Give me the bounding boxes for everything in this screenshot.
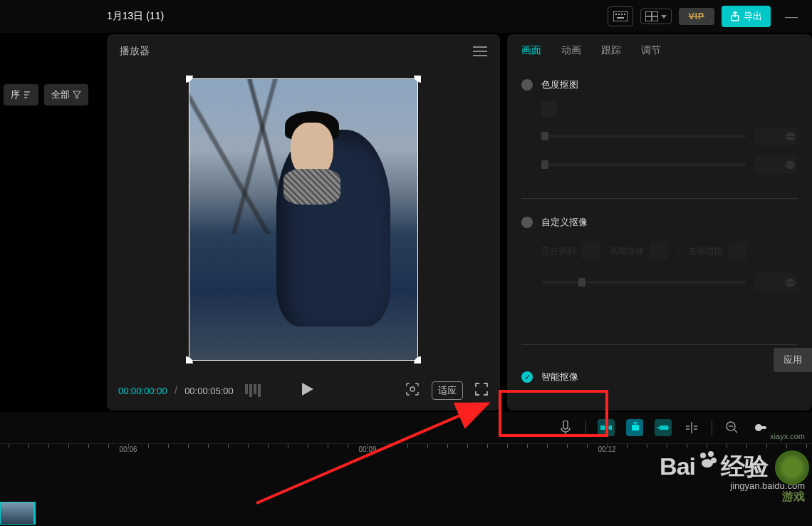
- clip-thumbnail[interactable]: [0, 502, 36, 525]
- fullscreen-icon[interactable]: [474, 382, 489, 399]
- section-chroma: 色度抠图: [507, 67, 812, 192]
- svg-rect-1: [615, 14, 617, 15]
- value-box-3[interactable]: [755, 273, 798, 292]
- player-viewport[interactable]: [107, 68, 500, 371]
- export-icon: [730, 11, 740, 21]
- svg-rect-14: [632, 425, 639, 430]
- chevron-down-icon: [661, 15, 667, 19]
- slider-1[interactable]: [541, 135, 746, 138]
- player-header: 播放器: [107, 34, 500, 68]
- layout-dropdown[interactable]: [640, 9, 672, 24]
- tool-icon-1[interactable]: [598, 419, 615, 436]
- svg-rect-2: [618, 14, 620, 15]
- color-swatch[interactable]: [541, 101, 557, 117]
- zoom-slider-icon[interactable]: [752, 419, 769, 436]
- svg-rect-4: [624, 14, 625, 15]
- svg-point-21: [700, 453, 706, 458]
- radio-smart[interactable]: ✓: [521, 371, 533, 383]
- svg-point-10: [410, 387, 415, 391]
- label-chroma: 色度抠图: [541, 78, 578, 91]
- section-custom: 自定义抠像 正在识别 画笔涂抹 去除范围: [507, 205, 812, 310]
- watermark: xiayx.com Bai 经验 jingyan.baidu.com 游戏: [660, 440, 805, 505]
- play-button[interactable]: [302, 383, 313, 398]
- vip-button[interactable]: VIP: [679, 8, 714, 25]
- radio-custom[interactable]: [521, 217, 533, 228]
- tab-tracking[interactable]: 跟踪: [601, 44, 621, 57]
- project-title: 1月13日 (11): [107, 10, 164, 23]
- property-tabs: 画面 动画 跟踪 调节: [507, 34, 812, 67]
- crop-icon[interactable]: [405, 381, 420, 400]
- slider-2[interactable]: [541, 163, 746, 166]
- tab-adjust[interactable]: 调节: [641, 44, 661, 57]
- time-current: 00:00:00:00: [118, 386, 167, 396]
- sort-icon: [23, 91, 31, 99]
- value-box-1[interactable]: [755, 127, 798, 145]
- tab-animation[interactable]: 动画: [561, 44, 581, 57]
- main-area: 序 全部 播放器: [0, 33, 812, 412]
- export-label: 导出: [744, 10, 762, 23]
- svg-point-22: [708, 451, 714, 457]
- player-controls: 00:00:00:00 / 00:00:05:00 适应: [107, 371, 500, 411]
- top-bar: 1月13日 (11) VIP 导出 —: [0, 0, 812, 33]
- time-total: 00:00:05:00: [184, 386, 234, 396]
- audio-bars-icon[interactable]: [245, 384, 261, 397]
- properties-panel: 画面 动画 跟踪 调节 色度抠图: [507, 34, 812, 411]
- svg-rect-5: [617, 17, 624, 19]
- section-smart: ✓ 智能抠像: [507, 351, 812, 411]
- svg-point-18: [755, 424, 762, 431]
- tool-icon-2[interactable]: [626, 419, 643, 436]
- slider-3[interactable]: [541, 281, 746, 284]
- sort-order-button[interactable]: 序: [4, 84, 38, 105]
- chip-icon-3[interactable]: [729, 242, 747, 260]
- chip-icon-2[interactable]: [650, 242, 668, 260]
- player-title: 播放器: [120, 45, 150, 58]
- timeline-toolbar: [0, 412, 812, 443]
- sort-all-button[interactable]: 全部: [44, 84, 88, 105]
- left-panel: 序 全部: [0, 34, 100, 411]
- svg-rect-0: [613, 11, 628, 21]
- top-right-controls: VIP 导出 —: [608, 6, 805, 27]
- filter-icon: [73, 91, 81, 99]
- svg-rect-3: [621, 14, 623, 15]
- video-frame[interactable]: [189, 78, 418, 361]
- value-box-2[interactable]: [755, 155, 798, 174]
- chip-icon-1[interactable]: [581, 242, 600, 260]
- video-content: [189, 79, 417, 360]
- apply-button[interactable]: 应用: [774, 348, 812, 372]
- export-button[interactable]: 导出: [722, 6, 771, 27]
- zoom-out-icon[interactable]: [724, 419, 741, 436]
- label-smart: 智能抠像: [541, 371, 578, 383]
- label-custom: 自定义抠像: [541, 216, 588, 229]
- svg-rect-11: [563, 421, 568, 429]
- svg-rect-13: [609, 426, 612, 430]
- tab-picture[interactable]: 画面: [521, 44, 541, 57]
- player-menu-icon[interactable]: [473, 46, 487, 56]
- align-icon[interactable]: [683, 419, 700, 436]
- keyboard-icon[interactable]: [608, 6, 633, 26]
- svg-rect-12: [600, 426, 605, 430]
- minimize-button[interactable]: —: [778, 9, 805, 24]
- clip-strip[interactable]: [0, 502, 36, 525]
- svg-point-24: [702, 459, 713, 468]
- svg-rect-15: [660, 426, 668, 430]
- fit-button[interactable]: 适应: [432, 381, 463, 400]
- player-panel: 播放器 00:00:00:00 /: [107, 34, 500, 411]
- tool-icon-3[interactable]: [655, 419, 672, 436]
- radio-chroma[interactable]: [521, 79, 533, 91]
- mic-icon[interactable]: [557, 419, 574, 436]
